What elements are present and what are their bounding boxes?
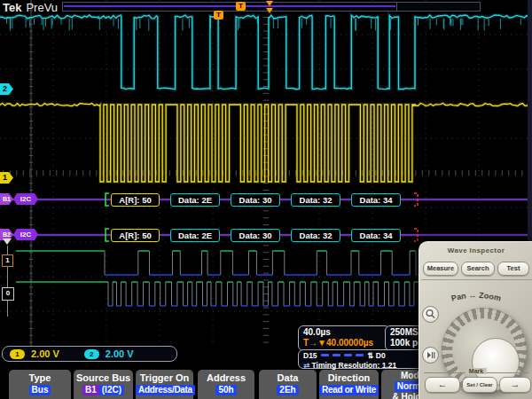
horizontal-readout: 40.0µs T→▼40.00000µs	[298, 325, 390, 351]
bus1-protocol-tag: I2C	[13, 193, 38, 205]
record-divider	[396, 3, 397, 11]
menu-direction-button[interactable]: Direction Read or Write	[319, 370, 379, 399]
trigger-marker-badge: T	[214, 11, 223, 20]
menu-value: 2Eh	[277, 385, 298, 395]
ch2-badge: 2	[84, 349, 99, 359]
b2-address-box: A[R]: 50	[111, 229, 160, 242]
channel-scale-readout: 1 2.00 V 2 2.00 V	[2, 346, 177, 362]
b1-data-box: Data: 34	[351, 193, 401, 207]
digital-range-icon: ⇅	[367, 351, 373, 360]
menu-label: Type	[9, 372, 71, 384]
menu-value: Read or Write	[319, 385, 379, 395]
ch1-badge: 1	[10, 349, 25, 359]
b2-data-box: Data: 32	[291, 229, 340, 242]
b2-data-box: Data: 2E	[170, 229, 220, 242]
menu-value: 50h	[215, 385, 236, 395]
svg-text:Pan ↔ Zoom: Pan ↔ Zoom	[450, 291, 502, 303]
menu-label: Direction	[319, 372, 379, 384]
mark-next-button[interactable]: →	[499, 377, 531, 393]
test-button[interactable]: Test	[497, 262, 529, 276]
search-button[interactable]: Search	[461, 262, 495, 276]
magnifier-icon	[424, 308, 437, 321]
panel-title: Wave Inspector	[419, 246, 532, 254]
mark-prev-button[interactable]: ←	[425, 377, 460, 393]
zoom-button[interactable]	[422, 306, 439, 323]
expansion-point-icon	[266, 8, 273, 13]
measure-button[interactable]: Measure	[423, 262, 458, 276]
digital-off-dash	[344, 354, 352, 356]
b1-data-box: Data: 30	[231, 193, 280, 207]
digital-off-dash	[356, 354, 364, 356]
digital-off-dash	[321, 354, 329, 356]
ch2-scale: 2.00 V	[106, 348, 134, 359]
menu-label: Address	[198, 372, 254, 384]
menu-value: Address/Data	[136, 385, 195, 395]
pan-zoom-label: Pan ↔ Zoom	[419, 285, 532, 308]
menu-trigger-on-button[interactable]: Trigger On Address/Data	[136, 370, 193, 399]
d1-label: 1	[2, 254, 13, 267]
menu-type-button[interactable]: Type Bus	[9, 370, 71, 399]
digital-off-dash	[332, 354, 340, 356]
horizontal-position: 40.00000µs	[326, 338, 373, 348]
tek-logo: Tek	[3, 1, 21, 14]
menu-source-bus-button[interactable]: Source Bus B1(I2C)	[74, 370, 133, 399]
trigger-icons: T→▼	[303, 338, 326, 348]
timing-resolution: Timing Resolution: 1.21	[312, 361, 397, 370]
menu-data-button[interactable]: Data 2Eh	[259, 370, 317, 399]
mark-label: Mark	[466, 368, 487, 374]
panel-separator	[421, 279, 532, 280]
menu-address-button[interactable]: Address 50h	[198, 370, 254, 399]
menu-value: Bus	[29, 385, 51, 395]
set-clear-button[interactable]: Set / Clear	[462, 377, 497, 393]
menu-label: Data	[259, 372, 317, 384]
d0-label: 0	[2, 287, 14, 301]
menu-value-badge: B1	[82, 385, 99, 395]
header: TekPreVu	[3, 1, 58, 14]
b2-data-box: Data: 34	[351, 229, 401, 242]
menu-value: (I2C)	[99, 385, 124, 395]
trigger-position-badge: T	[236, 2, 246, 11]
ch1-scale: 2.00 V	[31, 348, 59, 359]
acquisition-status: PreVu	[26, 1, 58, 14]
digital-group-marker-icon	[3, 239, 12, 245]
oscilloscope-screen: TekPreVu T T 2 1 B1 I2C B2 I2C A[R]: 50 …	[0, 0, 532, 399]
expansion-point-icon	[266, 1, 273, 6]
bus2-protocol-tag: I2C	[13, 229, 38, 240]
b1-data-box: Data: 2E	[170, 193, 220, 207]
play-pause-icon	[424, 348, 437, 362]
d0-label-readout: D0	[376, 351, 386, 360]
timing-icon: ⇄	[303, 361, 309, 370]
b1-address-box: A[R]: 50	[111, 193, 160, 207]
b1-data-box: Data: 32	[291, 193, 340, 207]
wave-inspector-panel: Wave Inspector Measure Search Test Pan ↔…	[419, 241, 532, 399]
d15-label: D15	[303, 351, 317, 360]
b2-data-box: Data: 30	[231, 229, 280, 242]
record-bus-span	[64, 5, 395, 7]
play-pause-button[interactable]	[422, 347, 439, 364]
menu-label: Trigger On	[136, 372, 193, 384]
menu-label: Source Bus	[74, 372, 133, 384]
horizontal-scale: 40.0µs	[303, 327, 331, 337]
